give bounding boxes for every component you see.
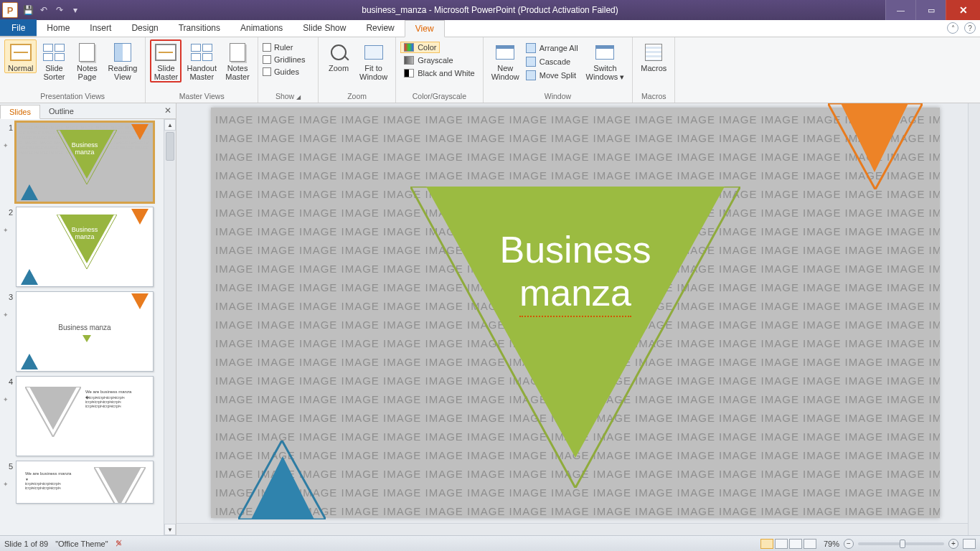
svg-marker-10 (83, 335, 91, 342)
color-label: Color (418, 43, 436, 52)
tab-animations[interactable]: Animations (230, 19, 293, 37)
notes-page-button[interactable]: Notes Page (71, 39, 103, 82)
slide-sorter-button[interactable]: Slide Sorter (38, 39, 70, 82)
thumbnail-3[interactable]: Business manza (16, 291, 154, 372)
view-reading-icon[interactable] (789, 539, 802, 549)
spellcheck-icon[interactable]: ✎̸ (116, 539, 122, 548)
grayscale-button[interactable]: Grayscale (400, 55, 457, 66)
fit-to-window-button[interactable]: Fit to Window (356, 39, 391, 82)
tab-file[interactable]: File (0, 19, 37, 37)
zoom-value: 79% (824, 540, 839, 548)
tab-design[interactable]: Design (121, 19, 168, 37)
zoom-in-button[interactable]: + (948, 539, 958, 549)
animation-icon: ✦ (3, 217, 13, 234)
redo-icon[interactable]: ↷ (54, 4, 65, 16)
close-button[interactable]: ✕ (946, 0, 980, 20)
svg-marker-9 (21, 354, 38, 369)
svg-marker-8 (131, 293, 149, 309)
color-button[interactable]: Color (400, 42, 440, 53)
svg-marker-6 (131, 209, 149, 225)
view-shortcuts (760, 539, 816, 549)
macros-label: Macros (641, 64, 666, 72)
zoom-slider[interactable] (858, 542, 944, 545)
slide-title[interactable]: Business manza (211, 228, 940, 317)
ruler-checkbox[interactable]: Ruler (263, 42, 293, 52)
thumbnail-2[interactable]: Business manza (16, 207, 154, 287)
zoom-out-button[interactable]: − (844, 539, 854, 549)
quick-access-toolbar: 💾 ↶ ↷ ▾ (22, 4, 81, 16)
thumb-title: Business manza (17, 141, 153, 156)
panel-tabs: Slides Outline ✕ (0, 103, 176, 119)
gridlines-checkbox[interactable]: Gridlines (263, 55, 305, 65)
zoom-button[interactable]: Zoom (323, 39, 354, 73)
macros-button[interactable]: Macros (637, 39, 670, 73)
ribbon-help: ˄ ? (947, 22, 976, 34)
tab-home[interactable]: Home (37, 19, 80, 37)
grayscale-label: Grayscale (418, 56, 453, 65)
panel-tab-outline[interactable]: Outline (40, 105, 83, 118)
panel-close-icon[interactable]: ✕ (164, 105, 171, 116)
group-color: Color Grayscale Black and White Color/Gr… (396, 37, 483, 103)
thumb-number: 4 (3, 376, 13, 386)
triangle-green (426, 187, 725, 458)
switch-windows-button[interactable]: Switch Windows ▾ (583, 39, 628, 82)
tab-review[interactable]: Review (356, 19, 404, 37)
save-icon[interactable]: 💾 (22, 4, 34, 16)
notes-master-button[interactable]: Notes Master (222, 39, 253, 82)
thumb-number: 3 (3, 291, 13, 301)
svg-marker-20 (251, 456, 314, 519)
tab-transitions[interactable]: Transitions (169, 19, 230, 37)
undo-icon[interactable]: ↶ (38, 4, 50, 16)
help-icon[interactable]: ? (964, 22, 976, 34)
bw-label: Black and White (418, 69, 474, 77)
switch-windows-label: Switch Windows (586, 64, 618, 81)
zoom-fit-button[interactable] (963, 539, 976, 549)
ruler-label: Ruler (274, 43, 293, 52)
handout-master-button[interactable]: Handout Master (183, 39, 220, 82)
slide-stage: IMAGE IMAGE IMAGE IMAGE IMAGE IMAGE IMAG… (176, 103, 980, 535)
group-label: Window (488, 90, 628, 103)
notes-page-label: Notes Page (77, 64, 98, 81)
move-split-label: Move Split (540, 71, 576, 80)
thumbnail-4[interactable]: We are business manza�істрічістрічістріч… (16, 376, 154, 456)
cascade-button[interactable]: Cascade (526, 56, 578, 67)
black-white-button[interactable]: Black and White (400, 67, 478, 79)
panel-tab-slides[interactable]: Slides (0, 105, 40, 119)
stage-scrollbar-vertical[interactable] (968, 103, 980, 535)
thumbnail-5[interactable]: We are business manza▼істрічістрічістріч… (16, 461, 154, 504)
tab-insert[interactable]: Insert (80, 19, 121, 37)
reading-view-button[interactable]: Reading View (104, 39, 141, 82)
slide-canvas[interactable]: IMAGE IMAGE IMAGE IMAGE IMAGE IMAGE IMAG… (211, 108, 940, 518)
move-split-button[interactable]: Move Split (526, 70, 578, 81)
tab-slideshow[interactable]: Slide Show (293, 19, 356, 37)
view-normal-icon[interactable] (760, 539, 773, 549)
slide-master-button[interactable]: Slide Master (150, 39, 182, 83)
stage-scrollbar-horizontal[interactable] (176, 523, 968, 535)
qat-more-icon[interactable]: ▾ (70, 4, 81, 16)
status-bar: Slide 1 of 89 "Office Theme" ✎̸ 79% − + (0, 535, 980, 551)
thumb-scrollbar[interactable]: ▲▼ (164, 119, 176, 535)
maximize-button[interactable]: ▭ (915, 0, 946, 20)
minimize-button[interactable]: — (885, 0, 915, 20)
view-sorter-icon[interactable] (775, 539, 788, 549)
thumb-row: 2✦ Business manza (3, 207, 174, 287)
svg-marker-12 (29, 387, 77, 430)
thumb-title: Business manza (17, 226, 153, 240)
thumb-content: We are business manza�істрічістрічістріч… (85, 390, 131, 408)
group-master-views: Slide Master Handout Master Notes Master… (146, 37, 258, 103)
arrange-all-button[interactable]: Arrange All (526, 42, 578, 54)
new-window-button[interactable]: New Window (488, 39, 523, 82)
group-macros: Macros Macros (633, 37, 675, 103)
tab-view[interactable]: View (405, 20, 445, 37)
view-slideshow-icon[interactable] (804, 539, 816, 549)
thumb-row: 3✦ Business manza (3, 291, 174, 372)
ribbon-tabs: File Home Insert Design Transitions Anim… (0, 20, 980, 37)
group-label: Presentation Views (4, 90, 141, 103)
thumbnail-1[interactable]: IMAGE IMAGE IMAGE IMAGE IMAGE IMAGE IMAG… (16, 122, 154, 202)
animation-icon: ✦ (3, 471, 13, 488)
guides-checkbox[interactable]: Guides (263, 67, 299, 77)
arrange-label: Arrange All (540, 44, 578, 52)
normal-view-button[interactable]: Normal (4, 39, 37, 73)
minimize-ribbon-icon[interactable]: ˄ (947, 22, 958, 34)
slide-title-line2: manza (519, 271, 631, 317)
